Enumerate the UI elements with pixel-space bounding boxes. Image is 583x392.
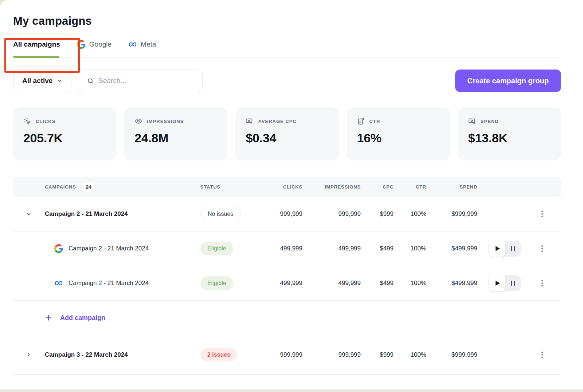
stat-card-ctr: CTR 16%	[347, 107, 450, 161]
pause-button[interactable]	[505, 281, 521, 286]
column-header-status: STATUS	[200, 184, 220, 190]
spend-value: $999,999	[451, 210, 477, 217]
ctr-value: 100%	[411, 351, 426, 358]
plus-icon	[45, 314, 52, 321]
eye-icon	[134, 117, 142, 125]
status-badge: Eligible	[200, 242, 233, 255]
stats-cards: CLICKS 205.7K IMPRESSIONS 24.8M AVERAGE …	[13, 107, 561, 161]
table-row-campaign-group[interactable]: Campaign 3 - 22 March 2024 2 issues 999,…	[13, 335, 561, 375]
stat-value-clicks: 205.7K	[23, 131, 106, 145]
spend-value: $499,999	[451, 280, 477, 286]
pause-icon	[514, 281, 515, 286]
column-header-spend: SPEND	[459, 184, 477, 190]
spend-value: $999,999	[451, 351, 477, 358]
kebab-menu-icon[interactable]	[539, 349, 545, 360]
create-campaign-group-button[interactable]: Create campaign group	[455, 70, 561, 92]
clicks-value: 499,999	[280, 245, 302, 252]
clicks-value: 499,999	[280, 280, 302, 286]
stat-label: CTR	[369, 119, 380, 124]
play-pause-toggle	[489, 241, 521, 257]
impressions-value: 499,999	[339, 280, 361, 286]
table-header-row: CAMPAIGNS 24 STATUS CLICKS IMPRESSIONS C…	[13, 177, 561, 197]
column-header-ctr: CTR	[416, 184, 426, 190]
column-header-clicks: CLICKS	[283, 184, 302, 190]
cpc-value: $499	[380, 280, 394, 286]
stat-value-average-cpc: $0.34	[246, 131, 328, 145]
kebab-menu-icon[interactable]	[539, 209, 545, 219]
impressions-value: 499,999	[339, 245, 361, 252]
campaign-group-name: Campaign 2 - 21 March 2024	[45, 210, 128, 218]
pause-icon	[511, 246, 512, 251]
chevron-down-icon[interactable]	[26, 211, 32, 217]
add-campaign-button[interactable]: Add campaign	[45, 314, 105, 322]
column-header-campaigns: CAMPAIGNS	[45, 184, 76, 190]
stat-label: AVERAGE CPC	[258, 119, 296, 124]
tab-all-campaigns[interactable]: All campaigns	[13, 40, 60, 58]
play-icon	[496, 281, 500, 286]
campaign-name: Campaign 2 - 21 March 2024	[69, 280, 149, 287]
meta-logo-icon	[128, 40, 137, 49]
platform-tabs: All campaigns Google Meta	[13, 40, 561, 58]
ctr-value: 100%	[411, 245, 426, 252]
campaigns-table: CAMPAIGNS 24 STATUS CLICKS IMPRESSIONS C…	[13, 177, 561, 375]
status-filter-value: All active	[22, 77, 52, 85]
column-header-cpc: CPC	[383, 184, 394, 190]
tab-all-campaigns-label: All campaigns	[13, 40, 60, 48]
campaigns-page: My campaigns All campaigns Google Meta A…	[0, 0, 583, 389]
bar-chart-icon	[357, 117, 365, 125]
ctr-value: 100%	[411, 280, 426, 286]
column-header-impressions: IMPRESSIONS	[325, 184, 361, 190]
cursor-click-icon	[23, 117, 31, 125]
pause-icon	[514, 246, 515, 251]
table-row-google-campaign[interactable]: Campaign 2 - 21 March 2024 Eligible 499,…	[13, 231, 561, 266]
cpc-value: $999	[380, 210, 394, 217]
table-row-meta-campaign[interactable]: Campaign 2 - 21 March 2024 Eligible 499,…	[13, 266, 561, 301]
campaign-group-name: Campaign 3 - 22 March 2024	[45, 351, 128, 359]
kebab-menu-icon[interactable]	[539, 278, 545, 289]
toolbar: All active Create campaign group	[13, 70, 561, 92]
stat-value-impressions: 24.8M	[134, 131, 217, 145]
stat-card-average-cpc: AVERAGE CPC $0.34	[235, 107, 339, 161]
status-filter-dropdown[interactable]: All active	[13, 70, 71, 92]
tab-meta-label: Meta	[141, 40, 156, 48]
stat-card-impressions: IMPRESSIONS 24.8M	[124, 107, 227, 161]
spend-value: $499,999	[451, 245, 477, 252]
pause-icon	[511, 281, 512, 286]
tab-meta[interactable]: Meta	[128, 40, 156, 58]
stat-label: IMPRESSIONS	[147, 119, 184, 124]
campaign-count-badge: 24	[81, 182, 96, 192]
clicks-value: 999,999	[280, 351, 302, 358]
stat-label: CLICKS	[36, 119, 55, 124]
play-button[interactable]	[489, 241, 505, 257]
stat-value-spend: $13.8K	[468, 131, 551, 145]
search-input[interactable]	[98, 77, 194, 85]
add-campaign-label: Add campaign	[60, 314, 105, 322]
stat-card-clicks: CLICKS 205.7K	[13, 107, 116, 161]
impressions-value: 999,999	[339, 351, 361, 358]
status-badge: 2 issues	[200, 348, 237, 361]
play-button[interactable]	[489, 275, 505, 291]
meta-logo-icon	[54, 279, 63, 288]
stat-card-spend: SPEND $13.8K	[458, 107, 561, 161]
stat-value-ctr: 16%	[357, 131, 440, 145]
campaign-name: Campaign 2 - 21 March 2024	[69, 245, 149, 252]
chevron-right-icon[interactable]	[26, 352, 32, 358]
clicks-value: 999,999	[280, 210, 302, 217]
search-box[interactable]	[79, 70, 203, 92]
ctr-value: 100%	[411, 210, 426, 217]
pause-button[interactable]	[505, 246, 521, 251]
money-plus-icon	[468, 117, 476, 125]
play-pause-toggle	[489, 275, 521, 291]
table-row-campaign-group[interactable]: Campaign 2 - 21 March 2024 No issues 999…	[13, 197, 561, 231]
chevron-down-icon	[57, 78, 62, 84]
tab-google[interactable]: Google	[77, 40, 111, 58]
active-tab-underline	[13, 56, 59, 58]
page-title: My campaigns	[13, 15, 561, 28]
status-badge: Eligible	[200, 276, 233, 290]
google-logo-icon	[54, 244, 63, 253]
status-badge: No issues	[200, 207, 240, 221]
search-icon	[87, 77, 94, 85]
stat-label: SPEND	[481, 119, 499, 124]
impressions-value: 999,999	[339, 210, 361, 217]
kebab-menu-icon[interactable]	[539, 243, 545, 254]
